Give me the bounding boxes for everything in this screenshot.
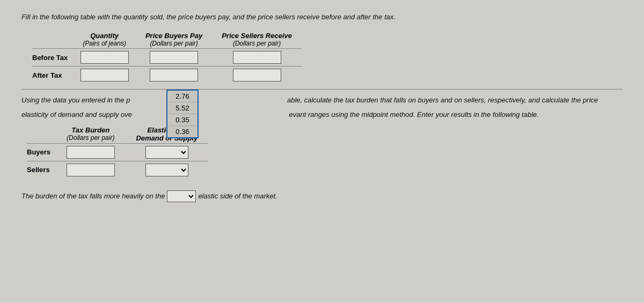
before-tax-quantity-cell xyxy=(73,49,136,66)
sellers-tax-burden-cell xyxy=(56,161,125,179)
before-tax-sellers-input[interactable] xyxy=(233,51,281,64)
top-table-wrapper: Quantity (Pairs of jeans) Price Buyers P… xyxy=(21,31,623,84)
popup-row-276[interactable]: 2.76 xyxy=(167,91,197,102)
sellers-elasticity-cell: demand supply xyxy=(125,161,208,179)
buyers-tax-burden-input[interactable] xyxy=(67,146,115,159)
col-header-quantity: Quantity (Pairs of jeans) xyxy=(73,31,136,49)
popup-row-035[interactable]: 0.35 xyxy=(167,114,197,126)
sellers-elasticity-dropdown[interactable]: demand supply xyxy=(145,164,188,176)
footer-sentence: The burden of the tax falls more heavily… xyxy=(21,190,623,202)
popup-row-036[interactable]: 0.36 xyxy=(167,126,197,137)
mid-text-line1: Using the data you entered in the p able… xyxy=(21,95,623,106)
col-header-tax-burden: Tax Burden (Dollars per pair) xyxy=(56,125,125,144)
before-tax-buyers-input[interactable] xyxy=(150,51,198,64)
popup-container: 2.76 5.52 0.35 0.36 xyxy=(166,90,199,138)
col-header-sellers-receive: Price Sellers Receive (Dollars per pair) xyxy=(212,31,302,49)
table-row: Sellers demand supply xyxy=(27,161,208,179)
table-row: Before Tax xyxy=(32,49,302,66)
bottom-table-wrapper: Tax Burden (Dollars per pair) Elasticity… xyxy=(27,125,623,179)
footer-dropdown[interactable]: less more xyxy=(167,190,196,202)
top-table: Quantity (Pairs of jeans) Price Buyers P… xyxy=(32,31,302,84)
buyers-elasticity-cell: demand supply xyxy=(125,143,208,161)
popup-box: 2.76 5.52 0.35 0.36 xyxy=(166,90,199,138)
sellers-label: Sellers xyxy=(27,161,56,179)
footer-text-after: elastic side of the market. xyxy=(198,192,277,200)
after-tax-buyers-cell xyxy=(136,66,212,84)
table-row: After Tax xyxy=(32,66,302,84)
page-container: Fill in the following table with the qua… xyxy=(0,0,644,303)
after-tax-sellers-cell xyxy=(212,66,302,84)
mid-text-block: 2.76 5.52 0.35 0.36 Using the data you e… xyxy=(21,95,623,121)
instructions-text: Fill in the following table with the qua… xyxy=(21,13,623,21)
after-tax-sellers-input[interactable] xyxy=(233,69,281,82)
after-tax-quantity-cell xyxy=(73,66,136,84)
mid-text-line2: elasticity of demand and supply ove evan… xyxy=(21,109,623,121)
after-tax-quantity-input[interactable] xyxy=(80,69,129,82)
buyers-elasticity-dropdown[interactable]: demand supply xyxy=(145,146,188,159)
buyers-tax-burden-cell xyxy=(56,143,125,161)
footer-text-before: The burden of the tax falls more heavily… xyxy=(21,192,165,200)
sellers-tax-burden-input[interactable] xyxy=(67,164,115,176)
after-tax-label: After Tax xyxy=(32,66,73,84)
after-tax-buyers-input[interactable] xyxy=(150,69,198,82)
table-row: Buyers demand supply xyxy=(27,143,208,161)
buyers-label: Buyers xyxy=(27,143,56,161)
popup-row-552[interactable]: 5.52 xyxy=(167,102,197,114)
before-tax-quantity-input[interactable] xyxy=(80,51,129,64)
before-tax-buyers-cell xyxy=(136,49,212,66)
before-tax-sellers-cell xyxy=(212,49,302,66)
col-header-buyers-pay: Price Buyers Pay (Dollars per pair) xyxy=(136,31,212,49)
before-tax-label: Before Tax xyxy=(32,49,73,66)
divider-line xyxy=(21,89,623,90)
